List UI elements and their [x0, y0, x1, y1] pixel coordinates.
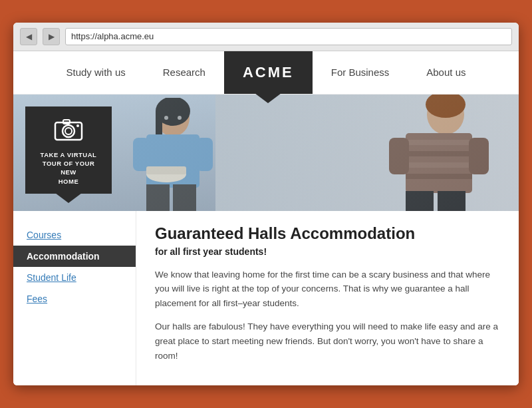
sidebar-item-student-life[interactable]: Student Life [13, 267, 136, 288]
nav-about-us[interactable]: About us [408, 51, 484, 94]
content-paragraph-1: We know that leaving home for the first … [155, 268, 500, 311]
svg-point-25 [65, 128, 72, 134]
forward-button[interactable]: ▶ [43, 28, 60, 45]
nav-research[interactable]: Research [144, 51, 224, 94]
browser-window: ◀ ▶ https://alpha.acme.eu Study with us … [13, 23, 519, 385]
main-content: Courses Accommodation Student Life Fees … [13, 211, 519, 385]
svg-point-24 [63, 125, 74, 137]
sidebar-item-accommodation[interactable]: Accommodation [13, 246, 136, 267]
camera-icon [37, 117, 100, 146]
content-area: Guaranteed Halls Accommodation for all f… [136, 211, 519, 385]
hero-image: TAKE A VIRTUAL TOUR OF YOUR NEW HOME [13, 95, 519, 211]
virtual-tour-badge[interactable]: TAKE A VIRTUAL TOUR OF YOUR NEW HOME [25, 106, 112, 194]
address-bar[interactable]: https://alpha.acme.eu [65, 28, 512, 45]
svg-point-27 [76, 124, 79, 127]
browser-chrome: ◀ ▶ https://alpha.acme.eu [13, 23, 519, 51]
virtual-tour-text: TAKE A VIRTUAL TOUR OF YOUR NEW HOME [37, 150, 100, 186]
sidebar-item-courses[interactable]: Courses [13, 224, 136, 246]
page-title: Guaranteed Halls Accommodation [155, 224, 500, 244]
sidebar-item-fees[interactable]: Fees [13, 288, 136, 309]
page-subtitle: for all first year students! [155, 246, 500, 257]
back-button[interactable]: ◀ [20, 28, 37, 45]
content-paragraph-2: Our halls are fabulous! They have everyt… [155, 319, 500, 363]
nav-study-with-us[interactable]: Study with us [48, 51, 144, 94]
top-nav: Study with us Research ACME For Business… [13, 51, 519, 95]
site-content: Study with us Research ACME For Business… [13, 51, 519, 385]
site-logo[interactable]: ACME [224, 51, 313, 94]
nav-for-business[interactable]: For Business [313, 51, 408, 94]
sidebar: Courses Accommodation Student Life Fees [13, 211, 136, 385]
